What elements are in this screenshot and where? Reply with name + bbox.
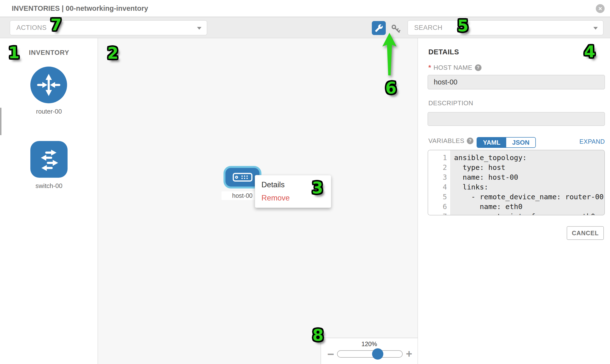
variables-format-toggle: YAML JSON xyxy=(477,137,536,148)
context-menu-item-remove[interactable]: Remove xyxy=(255,191,331,205)
code-line: remote_interface_name: eth0 xyxy=(454,211,604,215)
line-number: 5 xyxy=(428,192,450,202)
host-name-label: HOST NAME xyxy=(433,64,472,71)
description-label-row: DESCRIPTION xyxy=(428,99,473,107)
search-dropdown[interactable]: SEARCH xyxy=(408,20,603,35)
code-line: links: xyxy=(454,182,604,192)
inventory-title: INVENTORY xyxy=(29,49,69,57)
zoom-out-button[interactable]: − xyxy=(326,348,336,360)
node-context-menu: Details Remove xyxy=(255,175,331,208)
page-title: INVENTORIES | 00-networking-inventory xyxy=(12,0,148,17)
editor-line-number-gutter: 1 2 3 4 5 6 7 xyxy=(428,150,451,215)
close-icon[interactable]: × xyxy=(596,4,605,13)
key-icon xyxy=(391,24,401,34)
context-menu-item-details[interactable]: Details xyxy=(255,178,331,191)
code-line: ansible_topology: xyxy=(454,153,604,163)
tab-json[interactable]: JSON xyxy=(506,138,535,147)
variables-code-editor[interactable]: 1 2 3 4 5 6 7 ansible_topology: type: ho… xyxy=(428,150,605,215)
wrench-icon xyxy=(375,24,383,32)
zoom-in-button[interactable]: + xyxy=(404,348,414,360)
sidebar-scrollbar-thumb[interactable] xyxy=(0,108,1,135)
line-number: 6 xyxy=(428,202,450,211)
header-bar: INVENTORIES | 00-networking-inventory × xyxy=(0,0,610,17)
description-label: DESCRIPTION xyxy=(428,99,473,107)
variables-label: VARIABLES xyxy=(428,137,464,145)
palette-label-switch: switch-00 xyxy=(27,182,71,190)
palette-item-switch[interactable] xyxy=(30,141,67,178)
line-number: 3 xyxy=(428,172,450,182)
search-dropdown-label: SEARCH xyxy=(408,21,603,35)
variables-label-row: VARIABLES ? xyxy=(428,137,473,145)
code-line: name: eth0 xyxy=(454,202,604,211)
chevron-down-icon xyxy=(197,27,201,30)
zoom-slider-knob[interactable] xyxy=(372,348,383,360)
zoom-level-value: 120% xyxy=(321,340,418,348)
key-tool-button[interactable] xyxy=(390,23,402,35)
palette-label-router: router-00 xyxy=(27,108,71,115)
expand-link[interactable]: EXPAND xyxy=(579,138,605,145)
actions-dropdown[interactable]: ACTIONS xyxy=(10,20,207,35)
host-name-input[interactable] xyxy=(428,75,605,89)
toolbar-tools-button[interactable] xyxy=(372,21,386,35)
actions-dropdown-label: ACTIONS xyxy=(10,21,207,35)
required-asterisk: * xyxy=(428,64,431,71)
host-name-label-row: * HOST NAME ? xyxy=(428,64,481,71)
topology-canvas[interactable]: host-00 Details Remove 120% − + xyxy=(98,38,418,364)
toolbar: ACTIONS SEARCH xyxy=(0,17,610,38)
line-number: 1 xyxy=(428,153,450,163)
tab-yaml[interactable]: YAML xyxy=(477,138,506,147)
details-panel: DETAILS * HOST NAME ? DESCRIPTION VARIAB… xyxy=(418,38,610,364)
details-panel-title: DETAILS xyxy=(428,48,459,56)
code-line: - remote_device_name: router-00 xyxy=(454,192,604,202)
inventory-sidebar: INVENTORY router-00 switch-00 xyxy=(0,38,98,364)
cancel-button[interactable]: CANCEL xyxy=(567,226,604,240)
help-icon[interactable]: ? xyxy=(475,64,481,71)
line-number: 7 xyxy=(428,211,450,215)
code-line: type: host xyxy=(454,163,604,172)
zoom-control-panel: 120% − + xyxy=(321,338,418,364)
line-number: 4 xyxy=(428,182,450,192)
switch-icon xyxy=(36,146,62,173)
editor-code-area[interactable]: ansible_topology: type: host name: host-… xyxy=(451,150,604,215)
zoom-slider-track[interactable] xyxy=(337,350,403,358)
router-icon xyxy=(36,72,62,98)
palette-item-router[interactable] xyxy=(30,66,67,103)
line-number: 2 xyxy=(428,163,450,172)
help-icon[interactable]: ? xyxy=(467,138,473,144)
chevron-down-icon xyxy=(593,27,598,30)
description-input[interactable] xyxy=(428,112,605,126)
code-line: name: host-00 xyxy=(454,172,604,182)
host-icon xyxy=(233,173,253,182)
